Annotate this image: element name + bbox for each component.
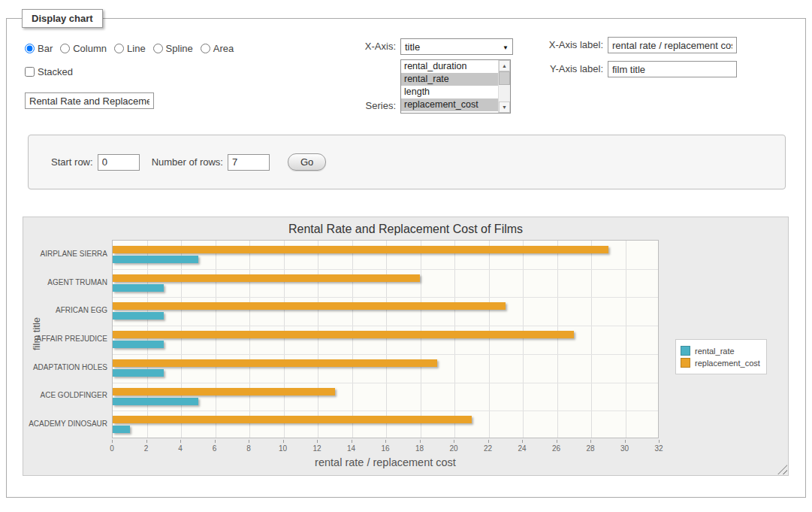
x-tick-label: 20 <box>442 444 465 453</box>
bar-rental_rate <box>113 369 164 377</box>
x-tick-mark <box>385 440 386 443</box>
y-axis-label-row: Y-Axis label: <box>543 61 787 77</box>
grid-line-vertical <box>626 241 626 438</box>
chart-type-column-opt[interactable]: Column <box>60 43 107 54</box>
series-row: Series: rental_duration rental_rate leng… <box>355 59 543 114</box>
x-tick-mark <box>283 440 284 443</box>
start-row-label: Start row: <box>51 156 93 168</box>
legend-swatch-replacement_cost <box>681 358 690 368</box>
bar-replacement_cost <box>113 388 335 395</box>
x-tick-label: 30 <box>614 444 636 453</box>
scrollbar-thumb[interactable] <box>499 71 510 85</box>
grid-line-vertical <box>352 241 353 438</box>
grid-line-vertical <box>249 241 250 438</box>
chart-title-input[interactable] <box>25 92 154 109</box>
chart-type-bar-label: Bar <box>38 43 53 54</box>
bar-replacement_cost <box>113 331 574 338</box>
chart-type-column-radio[interactable] <box>60 44 70 53</box>
x-tick-label: 32 <box>647 444 670 453</box>
x-tick-label: 26 <box>545 444 568 453</box>
chart-type-bar[interactable]: Bar <box>25 43 53 54</box>
go-button[interactable]: Go <box>288 153 326 171</box>
x-tick-mark <box>146 440 147 443</box>
x-tick-mark <box>215 440 216 443</box>
chart-title: Rental Rate and Replacement Cost of Film… <box>23 223 788 236</box>
number-of-rows-label: Number of rows: <box>152 156 223 168</box>
series-option-rental-duration[interactable]: rental_duration <box>401 60 498 73</box>
series-listbox[interactable]: rental_duration rental_rate length repla… <box>400 59 511 114</box>
legend-item: rental_rate <box>681 346 760 356</box>
scroll-down-icon[interactable]: ▼ <box>499 101 510 113</box>
stacked-checkbox[interactable] <box>25 67 35 77</box>
chart-type-area-radio[interactable] <box>201 44 210 53</box>
x-tick-label: 8 <box>237 444 260 453</box>
row-range-panel: Start row: Number of rows: Go <box>28 135 786 189</box>
bar-replacement_cost <box>113 302 506 310</box>
chart-type-line[interactable]: Line <box>114 43 146 54</box>
series-option-rental-rate[interactable]: rental_rate <box>401 73 498 86</box>
grid-line-horizontal <box>113 297 658 298</box>
series-options: rental_duration rental_rate length repla… <box>401 60 498 113</box>
bar-rental_rate <box>113 284 164 292</box>
x-tick-mark <box>522 440 523 443</box>
x-tick-mark <box>420 440 421 443</box>
x-axis-select[interactable]: title ▼ <box>400 38 513 55</box>
grid-line-horizontal <box>113 383 658 383</box>
y-axis-label-input[interactable] <box>608 61 737 77</box>
y-axis-label-field-label: Y-Axis label: <box>543 61 608 77</box>
grid-line-vertical <box>147 241 148 438</box>
bar-replacement_cost <box>113 274 420 282</box>
x-tick-label: 28 <box>579 444 602 453</box>
chart-type-line-radio[interactable] <box>114 44 124 53</box>
x-tick-label: 24 <box>511 444 533 453</box>
bar-rental_rate <box>113 312 164 320</box>
x-tick-label: 22 <box>477 444 500 453</box>
x-tick-label: 4 <box>169 444 192 453</box>
x-tick-label: 6 <box>204 444 226 453</box>
x-axis-label-field-label: X-Axis label: <box>543 37 608 53</box>
chart-type-area-label: Area <box>213 43 234 54</box>
stacked-row: Stacked <box>25 66 355 77</box>
x-tick-mark <box>317 440 318 443</box>
number-of-rows-input[interactable] <box>228 154 270 171</box>
start-row-input[interactable] <box>98 154 140 171</box>
chart-controls: Bar Column Line Spline <box>7 28 805 118</box>
grid-line-vertical <box>454 241 455 438</box>
stacked-label: Stacked <box>38 66 73 77</box>
scrollbar-track[interactable] <box>499 71 510 101</box>
chart-canvas: Rental Rate and Replacement Cost of Film… <box>23 217 788 475</box>
x-axis-row: X-Axis: title ▼ <box>355 38 543 55</box>
grid-line-vertical <box>591 241 592 438</box>
chart-type-spline[interactable]: Spline <box>153 43 193 54</box>
chart-legend: rental_ratereplacement_cost <box>675 339 767 374</box>
x-tick-mark <box>590 440 591 443</box>
stacked-option[interactable]: Stacked <box>25 66 73 77</box>
chart-type-spline-label: Spline <box>166 43 193 54</box>
display-chart-panel: Display chart Bar Column Line <box>6 9 806 498</box>
axis-labels-column: X-Axis label: Y-Axis label: <box>543 37 787 85</box>
series-option-replacement-cost[interactable]: replacement_cost <box>401 98 498 111</box>
x-tick-mark <box>659 440 660 443</box>
grid-line-horizontal <box>113 326 658 326</box>
chevron-down-icon: ▼ <box>503 44 509 51</box>
x-tick-label: 18 <box>409 444 431 453</box>
bar-rental_rate <box>113 341 164 348</box>
chart-type-bar-radio[interactable] <box>25 44 35 53</box>
x-axis-label-input[interactable] <box>608 37 737 53</box>
listbox-scrollbar[interactable]: ▲ ▼ <box>498 60 510 113</box>
series-option-length[interactable]: length <box>401 86 498 98</box>
x-tick-mark <box>557 440 557 443</box>
chart-type-spline-radio[interactable] <box>153 44 163 53</box>
grid-line-vertical <box>181 241 182 438</box>
x-tick-mark <box>352 440 352 443</box>
x-tick-label: 16 <box>374 444 397 453</box>
plot-area <box>112 240 659 438</box>
chart-type-area[interactable]: Area <box>201 43 234 54</box>
grid-line-vertical <box>523 241 524 438</box>
scroll-up-icon[interactable]: ▲ <box>499 60 510 71</box>
bar-replacement_cost <box>113 416 472 423</box>
x-tick-mark <box>112 440 113 443</box>
grid-line-vertical <box>386 241 387 438</box>
grid-line-vertical <box>318 241 318 438</box>
x-tick-label: 12 <box>306 444 328 453</box>
